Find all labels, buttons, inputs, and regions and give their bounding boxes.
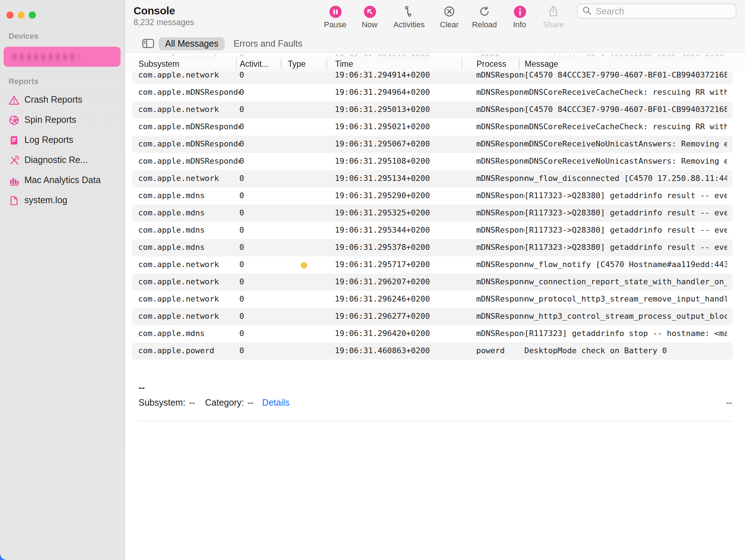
close-button[interactable] xyxy=(6,11,13,18)
search-field[interactable] xyxy=(577,4,736,19)
cell-activity: 0 xyxy=(239,118,285,136)
cell-activity: 0 xyxy=(239,84,285,101)
cell-process: mDNSResponder xyxy=(476,136,524,153)
sidebar-item-device-selected[interactable] xyxy=(4,47,121,67)
cell-time: 19:06:31.295013+0200 xyxy=(335,101,476,118)
cell-activity: 0 xyxy=(239,239,285,256)
column-header-activit[interactable]: Activit... xyxy=(240,56,269,72)
column-divider[interactable] xyxy=(281,58,281,70)
cell-time: 19:06:31.295344+0200 xyxy=(335,222,476,239)
cell-subsystem: com.apple.mdns xyxy=(138,239,239,256)
log-level-yellow-dot-icon xyxy=(300,262,307,268)
sidebar-item-label: Diagnostic Re... xyxy=(24,155,88,165)
cell-message: [R117323->Q28380] getaddrinfo result -- … xyxy=(524,239,727,256)
column-header-process[interactable]: Process xyxy=(477,56,506,72)
detail-right-value: -- xyxy=(726,398,732,408)
column-header-type[interactable]: Type xyxy=(288,56,306,72)
reports-section-header: Reports xyxy=(9,77,124,85)
tab-errors-and-faults[interactable]: Errors and Faults xyxy=(229,37,307,50)
cell-message: mDNSCoreReceiveCacheCheck: rescuing RR w… xyxy=(524,118,727,136)
sidebar-item-label: Mac Analytics Data xyxy=(24,175,101,185)
activities-button[interactable]: Activities xyxy=(386,5,432,29)
log-row[interactable]: com.apple.network019:06:31.296246+0200mD… xyxy=(132,291,732,308)
sidebar-item-mac-analytics-data[interactable]: Mac Analytics Data xyxy=(0,170,124,190)
cell-time: 19:06:31.460863+0200 xyxy=(335,342,476,360)
log-row[interactable]: com.apple.network019:06:31.296207+0200mD… xyxy=(132,274,732,291)
cell-process: mDNSResponder xyxy=(476,84,524,101)
column-header-subsystem[interactable]: Subsystem xyxy=(139,56,179,72)
toolbar: Console 8,232 messages PauseNowActivitie… xyxy=(125,0,745,35)
minimize-button[interactable] xyxy=(18,11,24,18)
log-row[interactable]: com.apple.mdns019:06:31.295290+0200mDNSR… xyxy=(132,187,732,205)
column-header-message[interactable]: Message xyxy=(525,56,558,72)
cell-message: DesktopMode check on Battery 0 xyxy=(524,342,727,360)
cell-activity: 0 xyxy=(239,291,285,308)
cell-message: nw_http3_control_stream_process_output_b… xyxy=(524,308,727,325)
cell-message: nw_flow_disconnected [C4570 17.250.88.11… xyxy=(524,170,727,187)
search-input[interactable] xyxy=(594,5,731,17)
log-row[interactable]: com.apple.mdns019:06:31.295325+0200mDNSR… xyxy=(132,205,732,222)
log-row[interactable]: com.apple.mdns019:06:31.295344+0200mDNSR… xyxy=(132,222,732,239)
cell-time: 19:06:31.296277+0200 xyxy=(335,308,476,325)
log-row[interactable]: com.apple.network019:06:31.296277+0200mD… xyxy=(132,308,732,325)
cell-process: mDNSResponder xyxy=(476,101,524,118)
cell-time: 19:06:31.294964+0200 xyxy=(335,84,476,101)
sidebar-item-label: system.log xyxy=(24,195,67,205)
zoom-button[interactable] xyxy=(29,11,36,18)
log-row[interactable]: com.apple.mDNSResponder019:06:31.295021+… xyxy=(132,118,732,136)
sidebar-item-crash-reports[interactable]: Crash Reports xyxy=(0,90,124,110)
details-link[interactable]: Details xyxy=(262,398,289,408)
log-row[interactable]: com.apple.network019:06:31.295013+0200mD… xyxy=(132,101,732,118)
sidebar-item-spin-reports[interactable]: Spin Reports xyxy=(0,110,124,130)
cell-subsystem: com.apple.network xyxy=(138,274,239,291)
log-row[interactable]: com.apple.powerd019:06:31.460863+0200pow… xyxy=(132,342,732,360)
cell-time: 19:06:31.295067+0200 xyxy=(335,136,476,153)
warning-triangle-icon xyxy=(9,94,19,105)
search-icon xyxy=(582,5,591,18)
log-row[interactable]: com.apple.network019:06:31.295717+0200mD… xyxy=(132,256,732,274)
cell-message: [R117323->Q28380] getaddrinfo result -- … xyxy=(524,222,727,239)
cell-process: mDNSResponder xyxy=(476,325,524,342)
cell-process: mDNSResponder xyxy=(476,153,524,170)
detail-pane: -- Subsystem: -- Category: -- Details -- xyxy=(125,367,745,560)
sidebar-item-diagnostic-re[interactable]: Diagnostic Re... xyxy=(0,150,124,170)
cell-activity: 0 xyxy=(239,342,285,360)
log-row[interactable]: com.apple.mDNSResponder019:06:31.294964+… xyxy=(132,84,732,101)
column-divider[interactable] xyxy=(236,58,237,70)
toolbar-button-label: Now xyxy=(347,20,393,29)
log-row[interactable]: com.apple.mdns019:06:31.296420+0200mDNSR… xyxy=(132,325,732,342)
detail-subsystem-label: Subsystem: xyxy=(139,398,186,408)
cell-process: powerd xyxy=(476,342,524,360)
cell-process: mDNSResponder xyxy=(476,205,524,222)
log-row[interactable]: com.apple.network019:06:31.295134+0200mD… xyxy=(132,170,732,187)
cell-subsystem: com.apple.network xyxy=(138,101,239,118)
column-divider[interactable] xyxy=(461,58,462,70)
cell-message: [R117323->Q28380] getaddrinfo result -- … xyxy=(524,187,727,205)
sidebar-item-label: Crash Reports xyxy=(24,95,82,105)
cell-subsystem: com.apple.mDNSResponder xyxy=(138,118,239,136)
sidebar-item-system-log[interactable]: system.log xyxy=(0,190,124,210)
cell-process: mDNSResponder xyxy=(476,222,524,239)
console-window: Devices Reports Crash ReportsSpin Report… xyxy=(0,0,745,560)
log-row[interactable]: com.apple.mdns019:06:31.295378+0200mDNSR… xyxy=(132,239,732,256)
column-divider[interactable] xyxy=(327,58,327,70)
cell-process: mDNSResponder xyxy=(476,256,524,274)
cell-subsystem: com.apple.mDNSResponder xyxy=(138,136,239,153)
log-row[interactable]: com.apple.mDNSResponder019:06:31.295067+… xyxy=(132,136,732,153)
tab-all-messages[interactable]: All Messages xyxy=(159,37,225,50)
sidebar-toggle-icon[interactable] xyxy=(142,38,154,49)
toolbar-button-label: Activities xyxy=(386,20,432,29)
window-title: Console xyxy=(133,5,194,17)
now-button[interactable]: Now xyxy=(347,5,393,29)
sidebar-item-log-reports[interactable]: Log Reports xyxy=(0,130,124,150)
cell-time: 19:06:31.295134+0200 xyxy=(335,170,476,187)
cell-subsystem: com.apple.mdns xyxy=(138,222,239,239)
column-divider[interactable] xyxy=(519,58,520,70)
share-icon xyxy=(530,5,576,18)
cell-message: [R117323->Q28380] getaddrinfo result -- … xyxy=(524,205,727,222)
log-row[interactable]: com.apple.mDNSResponder019:06:31.295108+… xyxy=(132,153,732,170)
cell-activity: 0 xyxy=(239,308,285,325)
cell-subsystem: com.apple.network xyxy=(138,308,239,325)
column-header-time[interactable]: Time xyxy=(335,56,353,72)
cell-message: nw_connection_report_state_with_handler_… xyxy=(524,274,727,291)
